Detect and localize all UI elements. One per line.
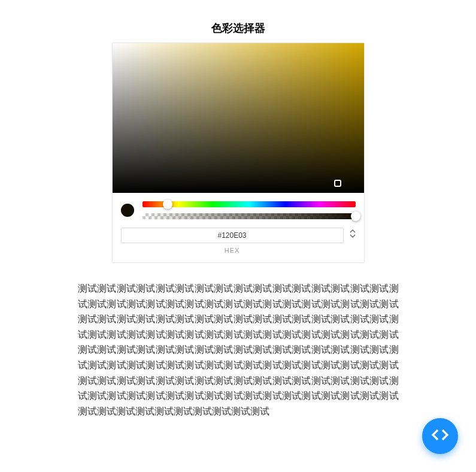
view-code-button[interactable] xyxy=(422,418,458,454)
color-preview-swatch xyxy=(121,204,134,217)
hue-slider[interactable] xyxy=(143,201,356,207)
code-icon xyxy=(430,425,450,447)
hex-input[interactable] xyxy=(121,228,344,243)
format-switch-button[interactable] xyxy=(350,228,356,238)
picker-controls xyxy=(113,193,364,224)
alpha-slider-thumb[interactable] xyxy=(351,211,360,221)
saturation-area[interactable] xyxy=(113,43,364,193)
picker-input-row: HEX xyxy=(113,224,364,262)
hue-slider-thumb[interactable] xyxy=(163,199,172,209)
chevron-up-icon xyxy=(350,229,356,234)
test-text-block: 测试测试测试测试测试测试测试测试测试测试测试测试测试测试测试测试测试测试测试测试… xyxy=(77,281,400,419)
alpha-slider[interactable] xyxy=(143,213,356,219)
chevron-down-icon xyxy=(350,234,356,238)
color-picker-panel: HEX xyxy=(112,43,365,263)
saturation-cursor[interactable] xyxy=(334,180,341,187)
format-label: HEX xyxy=(121,247,344,254)
page-title: 色彩选择器 xyxy=(77,21,400,35)
